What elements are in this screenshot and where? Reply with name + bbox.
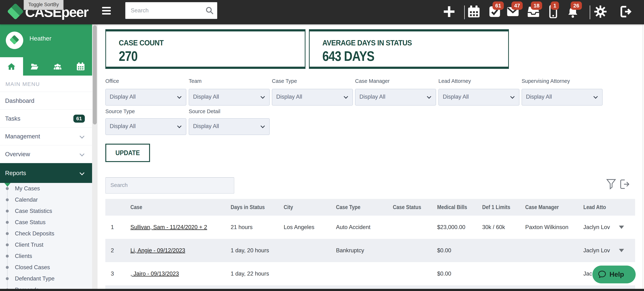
table-row — [105, 285, 635, 289]
case-count-value: 270 — [119, 48, 138, 64]
sidebar: Heather MAIN MENU — [0, 24, 92, 291]
filter-select-team[interactable]: Display All — [189, 89, 270, 106]
main-menu-label: MAIN MENU — [6, 81, 40, 87]
filter-select-lead-attorney[interactable]: Display All — [438, 89, 520, 106]
avg-days-value: 643 DAYS — [322, 48, 374, 64]
horizontal-scrollbar[interactable] — [0, 289, 644, 291]
sidebar-scrollbar-thumb[interactable] — [93, 26, 97, 124]
home-icon — [7, 62, 16, 71]
chevron-down-icon — [177, 94, 182, 99]
sidebar-tab-contacts[interactable] — [46, 57, 69, 76]
sidebar-item-overview[interactable]: Overview — [0, 145, 92, 163]
filter-label-office: Office — [105, 78, 119, 84]
table-row[interactable]: 1 Sullivan, Sam - 11/24/2020 + 2 21 hour… — [105, 216, 635, 239]
sidebar-item-tasks[interactable]: Tasks 61 — [0, 110, 92, 128]
table-search-input[interactable] — [106, 178, 228, 192]
mail-badge: 47 — [512, 2, 523, 10]
lead-attorney-cell: Jac — [583, 262, 592, 285]
case-type-cell: Bankruptcy — [336, 239, 364, 262]
sidebar-tab-home[interactable] — [0, 57, 23, 76]
row-actions-caret-icon[interactable] — [619, 249, 624, 252]
export-icon[interactable] — [619, 178, 630, 191]
update-button[interactable]: UPDATE — [105, 144, 150, 162]
sidebar-item-reports[interactable]: Reports — [0, 163, 92, 183]
filter-label-supervising-attorney: Supervising Attorney — [522, 78, 570, 84]
chevron-down-icon — [427, 94, 431, 99]
col-header-case[interactable]: Case — [130, 199, 142, 216]
report-item-my-cases[interactable]: My Cases — [0, 183, 92, 194]
filter-select-supervising-attorney[interactable]: Display All — [522, 89, 602, 106]
chevron-down-icon — [260, 94, 265, 99]
case-link[interactable]: , Jairo - 09/13/2023 — [130, 262, 179, 285]
sidebar-item-management[interactable]: Management — [0, 127, 92, 145]
filter-funnel-icon[interactable] — [606, 178, 616, 191]
table-row[interactable]: 2 Li, Angie - 09/12/2023 1 day, 20 hours… — [105, 239, 635, 262]
col-header-city[interactable]: City — [284, 199, 293, 216]
report-item-defendant-type[interactable]: Defendant Type — [0, 273, 92, 284]
filter-select-source-type[interactable]: Display All — [105, 118, 186, 135]
report-item-closed-cases[interactable]: Closed Cases — [0, 262, 92, 273]
user-name: Heather — [30, 35, 52, 42]
calendar-icon[interactable] — [467, 5, 480, 18]
filter-label-source-detail: Source Detail — [189, 108, 220, 114]
col-header-lead-attorney[interactable]: Lead Atto — [583, 199, 606, 216]
city-cell: Los Angeles — [284, 216, 314, 239]
report-item-case-status[interactable]: Case Status — [0, 217, 92, 228]
tasks-badge: 61 — [492, 2, 504, 10]
sidebar-tab-cases[interactable] — [23, 57, 46, 76]
avatar[interactable] — [6, 32, 23, 49]
casepeer-logo-icon[interactable] — [7, 3, 24, 20]
folder-icon — [30, 62, 39, 71]
sidebar-profile: Heather — [0, 24, 92, 57]
report-item-clients[interactable]: Clients — [0, 250, 92, 262]
sidebar-item-dashboard[interactable]: Dashboard — [0, 92, 92, 110]
days-in-status-cell: 1 day, 22 hours — [231, 262, 269, 285]
table-row[interactable]: 3 , Jairo - 09/13/2023 1 day, 22 hours $… — [105, 262, 635, 285]
lead-attorney-cell: Jaclyn Lov — [583, 239, 610, 262]
case-link[interactable]: Li, Angie - 09/12/2023 — [130, 239, 185, 262]
sidebar-tab-calendar[interactable] — [69, 57, 92, 76]
filter-label-case-manager: Case Manager — [355, 78, 390, 84]
phone-badge: 1 — [551, 2, 559, 10]
case-count-card: CASE COUNT 270 — [105, 29, 306, 69]
chevron-down-icon — [80, 134, 84, 138]
filter-select-source-detail[interactable]: Display All — [189, 118, 270, 135]
notifications-badge: 26 — [571, 2, 582, 10]
logout-icon[interactable] — [619, 5, 632, 18]
col-header-case-manager[interactable]: Case Manager — [525, 199, 559, 216]
case-count-label: CASE COUNT — [119, 38, 164, 47]
col-header-case-status[interactable]: Case Status — [393, 199, 421, 216]
hamburger-menu-icon[interactable] — [102, 7, 111, 18]
report-item-demands[interactable]: Demands — [0, 284, 92, 289]
table-body: 1 Sullivan, Sam - 11/24/2020 + 2 21 hour… — [105, 216, 635, 289]
report-item-calendar[interactable]: Calendar — [0, 194, 92, 206]
case-type-cell: Auto Accident — [336, 216, 370, 239]
avg-days-card: AVERAGE DAYS IN STATUS 643 DAYS — [309, 29, 509, 69]
col-header-days-in-status[interactable]: Days in Status — [231, 199, 265, 216]
filter-select-case-manager[interactable]: Display All — [355, 89, 436, 106]
search-icon[interactable] — [205, 6, 214, 15]
chevron-down-icon — [510, 94, 514, 99]
report-item-client-trust[interactable]: Client Trust — [0, 239, 92, 250]
global-search-input[interactable] — [125, 2, 209, 19]
col-header-medical-bills[interactable]: Medical Bills — [437, 199, 467, 216]
case-link[interactable]: Sullivan, Sam - 11/24/2020 + 2 — [130, 216, 207, 239]
settings-gear-icon[interactable] — [594, 5, 607, 18]
days-in-status-cell: 21 hours — [231, 216, 252, 239]
col-header-def-1-limits[interactable]: Def 1 Limits — [482, 199, 510, 216]
page-right-edge — [643, 24, 643, 289]
medical-bills-cell: $23,000.00 — [437, 216, 465, 239]
filter-select-office[interactable]: Display All — [105, 89, 186, 106]
add-new-icon[interactable] — [442, 5, 456, 18]
medical-bills-cell: $0.00 — [437, 239, 451, 262]
avg-days-label: AVERAGE DAYS IN STATUS — [322, 38, 412, 47]
filter-select-case-type[interactable]: Display All — [272, 89, 353, 106]
report-item-case-statistics[interactable]: Case Statistics — [0, 206, 92, 217]
col-header-case-type[interactable]: Case Type — [336, 199, 360, 216]
row-actions-caret-icon[interactable] — [619, 226, 624, 229]
help-button[interactable]: Help — [592, 266, 636, 283]
filter-label-source-type: Source Type — [105, 108, 135, 114]
toggle-sortby-tooltip: Toggle SortBy — [24, 0, 64, 10]
report-item-check-deposits[interactable]: Check Deposits — [0, 228, 92, 239]
sidebar-icon-tabs — [0, 57, 92, 76]
